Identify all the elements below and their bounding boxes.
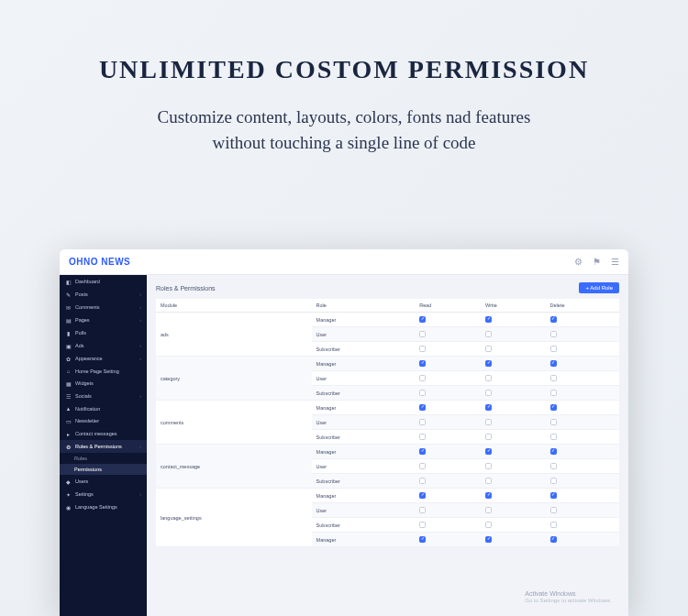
sidebar-item-posts[interactable]: ✎Posts› [60,288,147,301]
checkbox-w[interactable] [485,360,492,367]
sidebar-icon: ▤ [65,317,72,324]
sidebar-item-label: Settings [75,491,94,497]
checkbox-d[interactable] [550,346,557,352]
chevron-icon: › [139,317,141,323]
table-row: language_settingsManager [156,489,619,503]
main-panel: Roles & Permissions + Add Role ModuleRol… [147,275,628,616]
table-row: commentsManager [156,401,619,415]
checkbox-w[interactable] [485,522,492,528]
add-role-button[interactable]: + Add Role [579,282,619,293]
sidebar-item-pages[interactable]: ▤Pages› [60,314,147,326]
checkbox-d[interactable] [550,419,557,425]
role-cell: Manager [312,445,416,459]
sidebar-item-label: Posts [75,292,88,297]
checkbox-d[interactable] [550,492,557,499]
checkbox-r[interactable] [419,448,426,455]
sidebar-icon: ▮ [65,330,72,336]
sidebar-item-notification[interactable]: ▲Notification [60,402,147,414]
sidebar-sub-roles[interactable]: Roles [60,453,147,464]
checkbox-r[interactable] [419,463,426,469]
sidebar-icon: ✎ [65,292,72,298]
checkbox-r[interactable] [419,360,426,367]
checkbox-w[interactable] [485,419,492,425]
checkbox-r[interactable] [419,419,426,425]
checkbox-w[interactable] [485,507,492,513]
sidebar-item-widgets[interactable]: ▦Widgets [60,377,147,390]
checkbox-r[interactable] [419,492,426,499]
chevron-icon: › [139,491,141,497]
checkbox-w[interactable] [485,375,492,381]
sidebar-item-label: Socials [75,393,92,399]
sidebar-icon: ⚙ [65,444,72,450]
chevron-icon: › [139,444,141,449]
checkbox-w[interactable] [485,492,492,499]
checkbox-r[interactable] [419,434,426,440]
checkbox-d[interactable] [550,331,557,337]
sidebar-item-label: Widgets [75,380,94,386]
checkbox-r[interactable] [419,375,426,381]
sidebar-item-roles-&-permissions[interactable]: ⚙Roles & Permissions› [60,440,147,453]
avatar-icon[interactable]: ☰ [610,258,619,267]
sidebar-item-appearance[interactable]: ✿Appearance› [60,352,147,365]
role-cell: Subscriber [312,342,416,357]
sidebar-item-label: Comments [75,304,100,310]
checkbox-d[interactable] [550,360,557,367]
checkbox-r[interactable] [419,346,426,352]
checkbox-d[interactable] [550,463,557,469]
permissions-table: ModuleRoleReadWriteDelete adsManagerUser… [156,299,619,547]
role-cell: User [312,327,416,342]
checkbox-r[interactable] [419,404,426,411]
checkbox-d[interactable] [550,404,557,411]
table-row: adsManager [156,313,619,327]
checkbox-w[interactable] [485,463,492,469]
sidebar-item-users[interactable]: ◆Users [60,475,147,488]
checkbox-d[interactable] [550,522,557,528]
sidebar-item-socials[interactable]: ☰Socials› [60,390,147,402]
checkbox-w[interactable] [485,536,492,543]
checkbox-w[interactable] [485,331,492,337]
sidebar-item-newsletter[interactable]: ▭Newsletter [60,414,147,427]
checkbox-r[interactable] [419,536,426,543]
sidebar-item-ads[interactable]: ▣Ads› [60,339,147,352]
checkbox-r[interactable] [419,478,426,484]
sidebar-item-contact-messages[interactable]: ▸Contact messages [60,427,147,440]
checkbox-r[interactable] [419,390,426,396]
sidebar-item-language-settings[interactable]: ◉Language Settings [60,500,147,513]
sidebar-sub-permissions[interactable]: Permissions [60,464,147,475]
checkbox-w[interactable] [485,346,492,352]
gear-icon[interactable]: ⚙ [573,258,583,267]
chevron-icon: › [139,292,141,297]
topbar: OHNO NEWS ⚙ ⚑ ☰ [60,249,628,275]
sidebar-item-comments[interactable]: ✉Comments› [60,301,147,314]
checkbox-d[interactable] [550,390,557,396]
brand-logo[interactable]: OHNO NEWS [69,257,130,267]
checkbox-w[interactable] [485,404,492,411]
sidebar-item-home-page-setting[interactable]: ⌂Home Page Setting [60,365,147,377]
checkbox-w[interactable] [485,316,492,323]
checkbox-d[interactable] [550,536,557,543]
checkbox-d[interactable] [550,478,557,484]
checkbox-w[interactable] [485,478,492,484]
checkbox-w[interactable] [485,448,492,455]
checkbox-d[interactable] [550,316,557,323]
checkbox-r[interactable] [419,522,426,528]
sidebar-item-polls[interactable]: ▮Polls [60,326,147,339]
checkbox-d[interactable] [550,375,557,381]
sidebar-item-settings[interactable]: ✦Settings› [60,488,147,500]
checkbox-w[interactable] [485,434,492,440]
sidebar-item-label: Roles & Permissions [75,444,122,449]
sidebar-icon: ✉ [65,304,72,311]
checkbox-w[interactable] [485,390,492,396]
flag-icon[interactable]: ⚑ [592,258,601,267]
checkbox-r[interactable] [419,507,426,513]
checkbox-d[interactable] [550,448,557,455]
sidebar-item-label: Language Settings [75,504,117,510]
sidebar-item-dashboard[interactable]: ◧Dashboard [60,275,147,288]
role-cell: Subscriber [312,430,416,445]
checkbox-r[interactable] [419,331,426,337]
checkbox-d[interactable] [550,507,557,513]
sidebar-icon: ◧ [65,279,72,285]
checkbox-r[interactable] [419,316,426,323]
sidebar-icon: ✦ [65,491,72,498]
checkbox-d[interactable] [550,434,557,440]
